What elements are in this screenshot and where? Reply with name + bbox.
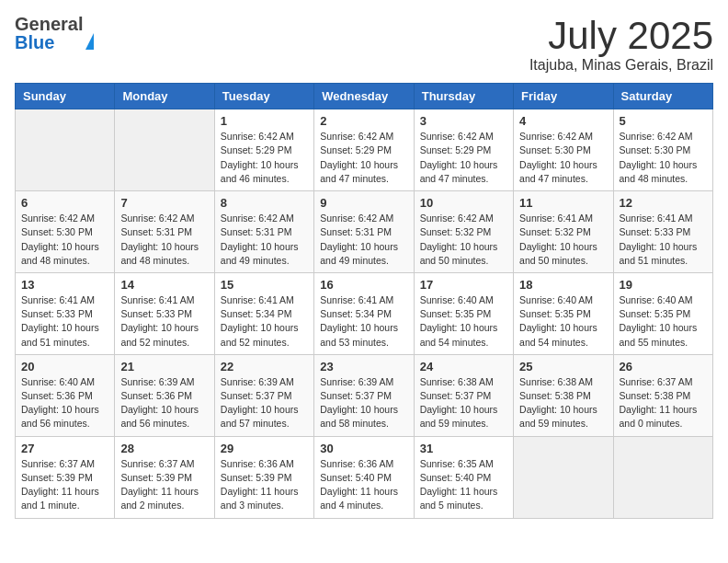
logo-general-text: General bbox=[15, 14, 83, 34]
day-info: Sunrise: 6:40 AM Sunset: 5:35 PM Dayligh… bbox=[420, 293, 507, 350]
calendar-header-thursday: Thursday bbox=[414, 84, 513, 109]
calendar-cell: 5Sunrise: 6:42 AM Sunset: 5:30 PM Daylig… bbox=[613, 109, 712, 191]
calendar-week-2: 6Sunrise: 6:42 AM Sunset: 5:30 PM Daylig… bbox=[16, 191, 713, 273]
calendar-cell: 18Sunrise: 6:40 AM Sunset: 5:35 PM Dayli… bbox=[514, 272, 613, 354]
day-info: Sunrise: 6:36 AM Sunset: 5:39 PM Dayligh… bbox=[221, 457, 308, 513]
day-info: Sunrise: 6:40 AM Sunset: 5:35 PM Dayligh… bbox=[519, 293, 607, 350]
day-number: 24 bbox=[420, 360, 507, 373]
day-number: 5 bbox=[620, 114, 707, 128]
day-info: Sunrise: 6:42 AM Sunset: 5:30 PM Dayligh… bbox=[519, 130, 607, 186]
day-number: 10 bbox=[420, 196, 507, 210]
calendar-cell: 20Sunrise: 6:40 AM Sunset: 5:36 PM Dayli… bbox=[16, 354, 115, 436]
logo-triangle-icon bbox=[85, 33, 94, 50]
calendar-header-monday: Monday bbox=[115, 84, 214, 109]
day-number: 6 bbox=[21, 196, 108, 210]
calendar-cell: 10Sunrise: 6:42 AM Sunset: 5:32 PM Dayli… bbox=[414, 191, 513, 273]
day-number: 27 bbox=[21, 442, 108, 455]
day-info: Sunrise: 6:42 AM Sunset: 5:29 PM Dayligh… bbox=[320, 130, 407, 186]
day-info: Sunrise: 6:37 AM Sunset: 5:39 PM Dayligh… bbox=[120, 457, 208, 513]
logo-blue-text: Blue bbox=[15, 33, 83, 52]
calendar-week-4: 20Sunrise: 6:40 AM Sunset: 5:36 PM Dayli… bbox=[16, 354, 713, 436]
calendar-cell: 11Sunrise: 6:41 AM Sunset: 5:32 PM Dayli… bbox=[514, 191, 613, 273]
day-number: 29 bbox=[221, 442, 308, 455]
day-number: 30 bbox=[320, 442, 407, 455]
calendar-cell: 4Sunrise: 6:42 AM Sunset: 5:30 PM Daylig… bbox=[514, 109, 613, 191]
calendar-cell: 9Sunrise: 6:42 AM Sunset: 5:31 PM Daylig… bbox=[314, 191, 414, 273]
calendar-cell: 8Sunrise: 6:42 AM Sunset: 5:31 PM Daylig… bbox=[214, 191, 313, 273]
day-number: 8 bbox=[221, 196, 308, 210]
day-number: 25 bbox=[519, 360, 607, 373]
calendar-header-wednesday: Wednesday bbox=[314, 84, 414, 109]
calendar-cell: 27Sunrise: 6:37 AM Sunset: 5:39 PM Dayli… bbox=[16, 436, 115, 518]
day-number: 9 bbox=[320, 196, 407, 210]
calendar-week-5: 27Sunrise: 6:37 AM Sunset: 5:39 PM Dayli… bbox=[16, 436, 713, 518]
logo-general-row: General bbox=[15, 15, 83, 33]
day-number: 11 bbox=[519, 196, 607, 210]
calendar-cell: 1Sunrise: 6:42 AM Sunset: 5:29 PM Daylig… bbox=[214, 109, 313, 191]
day-number: 14 bbox=[120, 278, 208, 292]
day-info: Sunrise: 6:42 AM Sunset: 5:30 PM Dayligh… bbox=[620, 130, 707, 186]
day-info: Sunrise: 6:42 AM Sunset: 5:29 PM Dayligh… bbox=[420, 130, 507, 186]
day-info: Sunrise: 6:39 AM Sunset: 5:36 PM Dayligh… bbox=[120, 375, 208, 431]
day-number: 13 bbox=[21, 278, 108, 292]
day-info: Sunrise: 6:42 AM Sunset: 5:29 PM Dayligh… bbox=[221, 130, 308, 186]
calendar-cell: 25Sunrise: 6:38 AM Sunset: 5:38 PM Dayli… bbox=[514, 354, 613, 436]
day-number: 17 bbox=[420, 278, 507, 292]
calendar-cell: 23Sunrise: 6:39 AM Sunset: 5:37 PM Dayli… bbox=[314, 354, 414, 436]
calendar-cell bbox=[613, 436, 712, 518]
calendar-header-sunday: Sunday bbox=[16, 84, 115, 109]
calendar-cell: 31Sunrise: 6:35 AM Sunset: 5:40 PM Dayli… bbox=[414, 436, 513, 518]
calendar-cell: 16Sunrise: 6:41 AM Sunset: 5:34 PM Dayli… bbox=[314, 272, 414, 354]
day-info: Sunrise: 6:41 AM Sunset: 5:33 PM Dayligh… bbox=[21, 293, 108, 350]
calendar-cell: 17Sunrise: 6:40 AM Sunset: 5:35 PM Dayli… bbox=[414, 272, 513, 354]
day-info: Sunrise: 6:42 AM Sunset: 5:30 PM Dayligh… bbox=[21, 212, 108, 268]
calendar-cell: 24Sunrise: 6:38 AM Sunset: 5:37 PM Dayli… bbox=[414, 354, 513, 436]
day-number: 28 bbox=[120, 442, 208, 455]
day-info: Sunrise: 6:39 AM Sunset: 5:37 PM Dayligh… bbox=[221, 375, 308, 431]
calendar-header-friday: Friday bbox=[514, 84, 613, 109]
day-number: 12 bbox=[620, 196, 707, 210]
day-number: 2 bbox=[320, 114, 407, 128]
day-number: 26 bbox=[620, 360, 707, 373]
day-number: 4 bbox=[519, 114, 607, 128]
calendar-cell bbox=[115, 109, 214, 191]
day-info: Sunrise: 6:41 AM Sunset: 5:34 PM Dayligh… bbox=[320, 293, 407, 350]
calendar-header-saturday: Saturday bbox=[613, 84, 712, 109]
day-number: 7 bbox=[120, 196, 208, 210]
calendar-cell: 29Sunrise: 6:36 AM Sunset: 5:39 PM Dayli… bbox=[214, 436, 313, 518]
logo: General Blue bbox=[15, 15, 94, 52]
calendar-cell bbox=[16, 109, 115, 191]
day-info: Sunrise: 6:35 AM Sunset: 5:40 PM Dayligh… bbox=[420, 457, 507, 513]
calendar-cell: 28Sunrise: 6:37 AM Sunset: 5:39 PM Dayli… bbox=[115, 436, 214, 518]
calendar-header-row: SundayMondayTuesdayWednesdayThursdayFrid… bbox=[16, 84, 713, 109]
day-number: 21 bbox=[120, 360, 208, 373]
day-info: Sunrise: 6:40 AM Sunset: 5:36 PM Dayligh… bbox=[21, 375, 108, 431]
calendar-cell bbox=[514, 436, 613, 518]
day-info: Sunrise: 6:41 AM Sunset: 5:32 PM Dayligh… bbox=[519, 212, 607, 268]
calendar-cell: 26Sunrise: 6:37 AM Sunset: 5:38 PM Dayli… bbox=[613, 354, 712, 436]
calendar-table: SundayMondayTuesdayWednesdayThursdayFrid… bbox=[15, 83, 713, 518]
day-info: Sunrise: 6:42 AM Sunset: 5:31 PM Dayligh… bbox=[120, 212, 208, 268]
page-header: General Blue July 2025 Itajuba, Minas Ge… bbox=[15, 15, 713, 74]
day-info: Sunrise: 6:41 AM Sunset: 5:33 PM Dayligh… bbox=[120, 293, 208, 350]
day-number: 23 bbox=[320, 360, 407, 373]
page-subtitle: Itajuba, Minas Gerais, Brazil bbox=[529, 57, 713, 74]
calendar-cell: 21Sunrise: 6:39 AM Sunset: 5:36 PM Dayli… bbox=[115, 354, 214, 436]
calendar-cell: 19Sunrise: 6:40 AM Sunset: 5:35 PM Dayli… bbox=[613, 272, 712, 354]
calendar-cell: 7Sunrise: 6:42 AM Sunset: 5:31 PM Daylig… bbox=[115, 191, 214, 273]
day-info: Sunrise: 6:38 AM Sunset: 5:37 PM Dayligh… bbox=[420, 375, 507, 431]
calendar-week-3: 13Sunrise: 6:41 AM Sunset: 5:33 PM Dayli… bbox=[16, 272, 713, 354]
logo-text: General Blue bbox=[15, 15, 83, 52]
day-info: Sunrise: 6:42 AM Sunset: 5:31 PM Dayligh… bbox=[221, 212, 308, 268]
calendar-cell: 13Sunrise: 6:41 AM Sunset: 5:33 PM Dayli… bbox=[16, 272, 115, 354]
calendar-week-1: 1Sunrise: 6:42 AM Sunset: 5:29 PM Daylig… bbox=[16, 109, 713, 191]
day-info: Sunrise: 6:41 AM Sunset: 5:34 PM Dayligh… bbox=[221, 293, 308, 350]
day-info: Sunrise: 6:39 AM Sunset: 5:37 PM Dayligh… bbox=[320, 375, 407, 431]
day-number: 15 bbox=[221, 278, 308, 292]
day-info: Sunrise: 6:36 AM Sunset: 5:40 PM Dayligh… bbox=[320, 457, 407, 513]
day-number: 16 bbox=[320, 278, 407, 292]
calendar-cell: 15Sunrise: 6:41 AM Sunset: 5:34 PM Dayli… bbox=[214, 272, 313, 354]
day-number: 20 bbox=[21, 360, 108, 373]
calendar-cell: 6Sunrise: 6:42 AM Sunset: 5:30 PM Daylig… bbox=[16, 191, 115, 273]
day-info: Sunrise: 6:42 AM Sunset: 5:31 PM Dayligh… bbox=[320, 212, 407, 268]
